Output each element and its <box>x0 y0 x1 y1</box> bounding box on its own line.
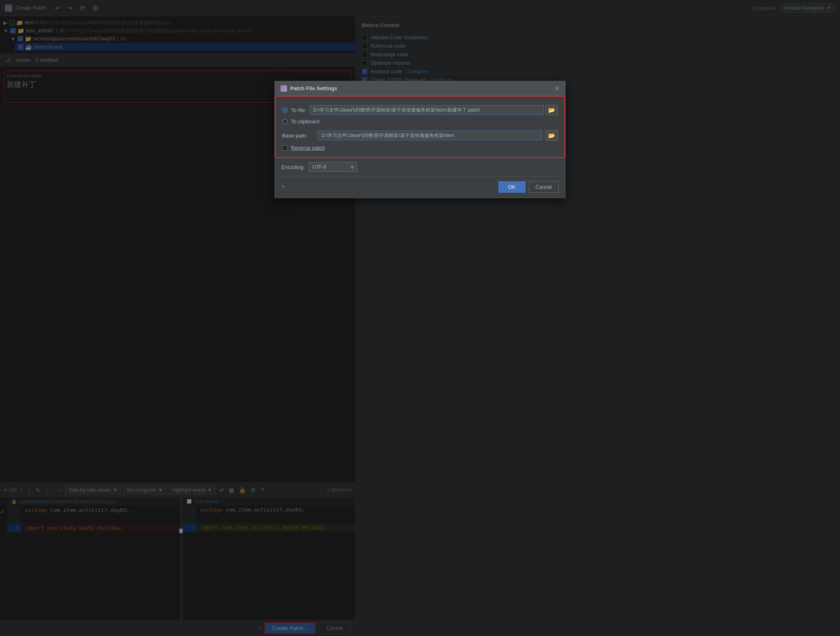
modal-body: To file: 📂 To clipboard Base path: 📂 <box>275 96 565 158</box>
reverse-patch-row: Reverse patch <box>282 145 558 151</box>
modal-cancel-button[interactable]: Cancel <box>529 181 559 193</box>
encoding-label: Encoding: <box>281 164 305 170</box>
encoding-select[interactable]: UTF-8 <box>309 162 357 172</box>
to-file-input[interactable] <box>310 105 544 115</box>
encoding-row: Encoding: UTF-8 ▼ <box>275 158 565 176</box>
to-clipboard-label: To clipboard <box>291 118 319 125</box>
modal-title-text: Patch File Settings <box>290 85 337 91</box>
base-path-label: Base path: <box>282 133 314 139</box>
modal-title-icon <box>281 85 287 92</box>
to-clipboard-radio-row: To clipboard <box>282 117 558 126</box>
modal-overlay: Patch File Settings ✕ To file: 📂 To clip… <box>0 0 840 636</box>
patch-settings-modal: Patch File Settings ✕ To file: 📂 To clip… <box>274 81 566 198</box>
modal-help-button[interactable]: ? <box>281 184 285 190</box>
modal-title-bar: Patch File Settings ✕ <box>275 81 565 96</box>
to-file-input-row: 📂 <box>310 105 558 115</box>
to-file-radio-row: To file: 📂 <box>282 103 558 117</box>
base-path-input[interactable] <box>318 131 542 140</box>
to-clipboard-radio[interactable] <box>282 119 288 125</box>
to-file-label: To file: <box>291 107 306 113</box>
modal-action-buttons: OK Cancel <box>498 181 559 193</box>
encoding-select-wrapper: UTF-8 ▼ <box>309 162 357 172</box>
modal-ok-button[interactable]: OK <box>498 181 526 193</box>
to-file-browse-btn[interactable]: 📂 <box>545 105 558 115</box>
modal-title: Patch File Settings <box>281 85 337 92</box>
modal-footer: ? OK Cancel <box>275 176 565 198</box>
base-path-row: Base path: 📂 <box>282 130 558 141</box>
modal-close-button[interactable]: ✕ <box>554 85 559 92</box>
reverse-patch-checkbox[interactable] <box>282 145 288 151</box>
to-file-radio[interactable] <box>282 107 288 113</box>
base-path-browse-btn[interactable]: 📂 <box>545 130 558 141</box>
reverse-patch-label: Reverse patch <box>291 145 325 151</box>
